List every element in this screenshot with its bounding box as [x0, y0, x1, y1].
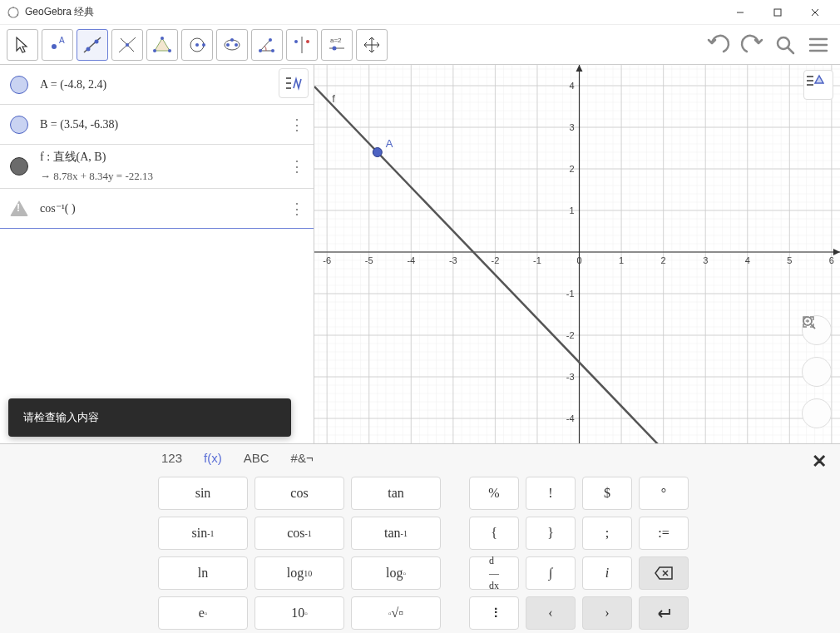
tool-move-view[interactable] [356, 29, 388, 61]
row-more-button[interactable]: ⋮ [289, 157, 305, 176]
svg-point-35 [333, 46, 337, 50]
keyboard-tab[interactable]: 123 [161, 451, 182, 465]
svg-text:4: 4 [745, 255, 750, 265]
algebra-row[interactable]: f : 直线(A, B)→ 8.78x + 8.34y = -22.13⋮ [0, 145, 314, 189]
key-enter[interactable] [639, 596, 689, 630]
key-log10[interactable]: log10 [254, 556, 344, 590]
key-left[interactable]: ‹ [526, 596, 576, 630]
row-more-button[interactable]: ⋮ [289, 116, 305, 134]
svg-text:2: 2 [661, 255, 666, 265]
svg-point-2 [17, 14, 18, 16]
keyboard-tab[interactable]: ABC [244, 451, 269, 465]
keyboard-tab[interactable]: #&¬ [291, 451, 314, 465]
tool-angle[interactable] [251, 29, 283, 61]
svg-point-18 [168, 49, 171, 52]
svg-text:0: 0 [576, 255, 581, 265]
fullscreen-button[interactable] [802, 398, 832, 428]
svg-point-197 [373, 148, 382, 157]
zoom-out-button[interactable] [802, 357, 832, 387]
key-backspace[interactable] [639, 556, 689, 590]
row-more-button[interactable]: ⋮ [289, 200, 305, 218]
svg-point-27 [259, 49, 262, 52]
tool-reflect[interactable] [286, 29, 318, 61]
key-ddx[interactable]: d―dx [469, 556, 519, 590]
zoom-controls [802, 315, 832, 428]
object-visibility-toggle[interactable] [10, 116, 28, 134]
tool-perpendicular[interactable] [111, 29, 143, 61]
graphics-options-button[interactable] [803, 70, 833, 100]
app-icon [7, 6, 20, 19]
algebra-row[interactable]: A = (-4.8, 2.4) [0, 65, 314, 105]
svg-text:A: A [59, 36, 65, 45]
object-visibility-toggle[interactable] [10, 157, 28, 176]
svg-text:-3: -3 [566, 372, 575, 382]
tool-point[interactable]: A [42, 29, 73, 61]
key-ln[interactable]: ln [158, 556, 248, 590]
key-imag[interactable]: i [582, 556, 632, 590]
keyboard-tab[interactable]: f(x) [204, 451, 222, 465]
svg-point-8 [52, 44, 57, 49]
undo-button[interactable] [704, 30, 734, 60]
algebra-expression[interactable]: B = (3.54, -6.38) [40, 118, 277, 131]
algebra-expression[interactable]: A = (-4.8, 2.4) [40, 78, 305, 91]
svg-marker-16 [155, 38, 170, 51]
algebra-options-button[interactable] [279, 68, 309, 98]
menu-button[interactable] [803, 30, 833, 60]
svg-point-11 [86, 47, 91, 51]
key-∫[interactable]: ∫ [526, 556, 576, 590]
object-visibility-toggle[interactable] [10, 76, 28, 94]
key-°[interactable]: ° [639, 477, 689, 510]
svg-point-0 [8, 7, 18, 17]
key-right[interactable]: › [582, 596, 632, 630]
tool-slider[interactable]: a=2 [321, 29, 353, 61]
tool-line[interactable] [77, 29, 108, 61]
svg-text:A: A [386, 137, 393, 150]
svg-text:-2: -2 [566, 330, 575, 340]
key-asin[interactable]: sin-1 [158, 517, 248, 550]
svg-text:-4: -4 [566, 413, 575, 423]
svg-point-25 [235, 43, 238, 47]
key-logb[interactable]: log▫ [351, 556, 441, 590]
key-more[interactable]: ⠸ [469, 596, 519, 630]
tool-ellipse[interactable] [216, 29, 248, 61]
svg-point-15 [126, 43, 129, 47]
key-sin[interactable]: sin [158, 477, 248, 510]
tool-polygon[interactable] [146, 29, 178, 61]
key-pow10[interactable]: 10▫ [254, 596, 344, 630]
graphics-view[interactable]: -6-5-4-3-2-10123456-4-3-2-11234Af [314, 65, 840, 443]
close-button[interactable] [796, 0, 833, 25]
svg-point-17 [161, 37, 164, 40]
window-title: GeoGebra 经典 [25, 5, 721, 19]
key-:=[interactable]: := [639, 517, 689, 550]
key-exp[interactable]: e▫ [158, 596, 248, 630]
svg-point-28 [271, 49, 274, 52]
tool-circle[interactable] [181, 29, 213, 61]
object-visibility-toggle[interactable] [10, 200, 28, 216]
algebra-row[interactable]: cos⁻¹( )⋮ [0, 189, 314, 229]
algebra-expression[interactable]: cos⁻¹( ) [40, 201, 277, 215]
svg-text:2: 2 [569, 164, 574, 174]
key-nroot[interactable]: ▫√▫ [351, 596, 441, 630]
key-{[interactable]: { [469, 517, 519, 550]
svg-point-21 [195, 43, 199, 47]
key-}[interactable]: } [526, 517, 576, 550]
search-button[interactable] [770, 30, 800, 60]
key-%[interactable]: % [469, 477, 519, 510]
algebra-expression[interactable]: f : 直线(A, B)→ 8.78x + 8.34y = -22.13 [40, 150, 277, 183]
svg-rect-5 [774, 9, 781, 16]
key-![interactable]: ! [526, 477, 576, 510]
key-atan[interactable]: tan-1 [351, 517, 441, 550]
key-$[interactable]: $ [582, 477, 632, 510]
key-;[interactable]: ; [582, 517, 632, 550]
key-cos[interactable]: cos [254, 477, 344, 510]
redo-button[interactable] [737, 30, 767, 60]
algebra-row[interactable]: B = (3.54, -6.38)⋮ [0, 105, 314, 145]
maximize-button[interactable] [758, 0, 796, 25]
svg-point-22 [202, 43, 205, 47]
key-acos[interactable]: cos-1 [254, 517, 344, 550]
key-tan[interactable]: tan [351, 477, 441, 510]
tool-pointer[interactable] [7, 29, 38, 61]
minimize-button[interactable] [721, 0, 758, 25]
keyboard-close-button[interactable]: ✕ [812, 451, 827, 472]
svg-text:-1: -1 [533, 255, 541, 265]
